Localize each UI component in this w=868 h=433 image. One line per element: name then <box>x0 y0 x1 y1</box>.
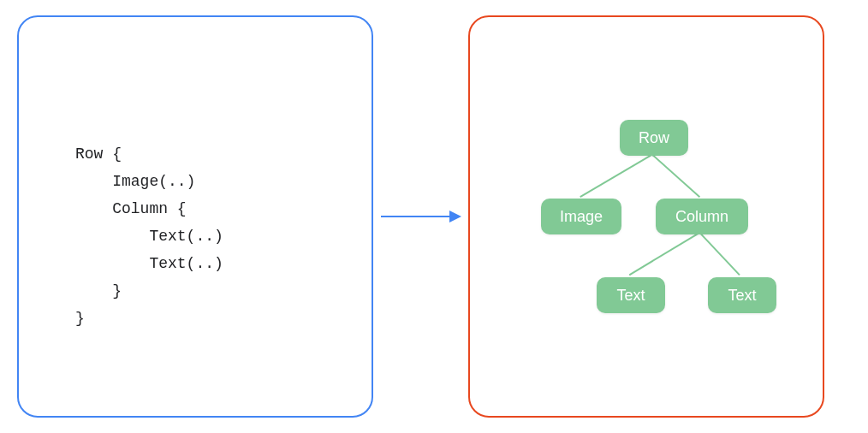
code-block: Row { Image(..) Column { Text(..) Text(.… <box>75 140 223 332</box>
code-line: } <box>75 310 85 327</box>
node-image: Image <box>541 199 621 234</box>
code-line: Column { <box>75 200 187 217</box>
code-line: Row { <box>75 145 122 163</box>
code-line: Text(..) <box>75 255 223 272</box>
node-column: Column <box>656 199 748 234</box>
code-line: } <box>75 282 122 300</box>
tree-panel: Row Image Column Text Text <box>468 15 824 418</box>
tree: Row Image Column Text Text <box>470 17 823 416</box>
arrow-line <box>381 216 453 217</box>
arrow-icon <box>381 211 461 222</box>
code-panel: Row { Image(..) Column { Text(..) Text(.… <box>17 15 373 418</box>
node-text-2: Text <box>708 277 776 313</box>
node-text-1: Text <box>597 277 665 313</box>
arrow-head <box>449 211 461 222</box>
node-row: Row <box>620 120 688 156</box>
code-line: Text(..) <box>75 228 223 245</box>
code-line: Image(..) <box>75 173 195 190</box>
